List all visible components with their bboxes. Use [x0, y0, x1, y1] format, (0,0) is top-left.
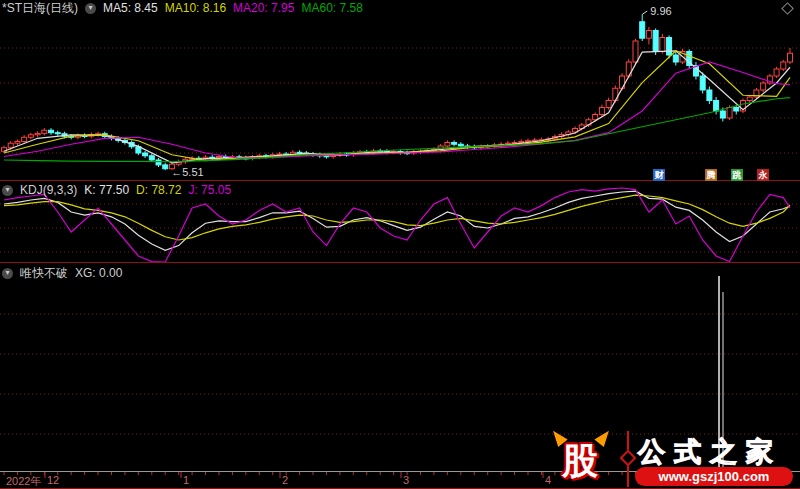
event-badge-跳[interactable]: 跳 — [731, 169, 743, 181]
kdj-header: ▾ KDJ(9,3,3) K: 77.50 D: 78.72 J: 75.05 — [2, 184, 231, 197]
candles-layer — [2, 14, 793, 170]
xg-indicator-title: 唯快不破 — [20, 267, 68, 280]
chart-canvas[interactable]: 9.96←5.51 — [0, 0, 800, 489]
symbol-title: *ST日海(日线) — [2, 2, 78, 15]
axis-month-label: 3 — [403, 474, 409, 486]
axis-month-label: 4 — [545, 474, 551, 486]
watermark-url: www.gszj100.com — [635, 467, 793, 486]
axis-month-label: 12 — [47, 474, 59, 486]
ma10-label: MA10: 8.16 — [165, 2, 226, 15]
axis-month-label: 2 — [282, 474, 288, 486]
collapse-main-panel-icon[interactable]: ▾ — [85, 3, 96, 14]
xg-value: XG: 0.00 — [75, 267, 122, 280]
kdj-title: KDJ(9,3,3) — [20, 184, 77, 197]
ma60-label: MA60: 7.58 — [301, 2, 362, 15]
event-badge-腾[interactable]: 腾 — [705, 169, 717, 181]
low-price-annotation: ←5.51 — [171, 166, 203, 178]
kdj-lines-layer — [4, 188, 790, 262]
ma20-line — [4, 62, 790, 158]
axis-month-label: 1 — [183, 474, 189, 486]
stock-app-window: 9.96←5.51 *ST日海(日线) ▾ MA5: 8.45 MA10: 8.… — [0, 0, 800, 489]
event-badge-永[interactable]: 永 — [757, 169, 769, 181]
ma-lines-layer — [4, 51, 790, 163]
kdj-j-line — [4, 188, 790, 262]
ma5-label: MA5: 8.45 — [103, 2, 158, 15]
collapse-kdj-panel-icon[interactable]: ▾ — [2, 185, 13, 196]
axis-month-label: 2022年 — [6, 474, 41, 489]
kdj-j-value: J: 75.05 — [188, 184, 231, 197]
ma5-line — [4, 51, 790, 163]
ma10-line — [4, 51, 790, 161]
watermark-logo-char: 股 — [562, 437, 598, 486]
main-chart-header: *ST日海(日线) ▾ MA5: 8.45 MA10: 8.16 MA20: 7… — [2, 2, 363, 15]
kdj-k-value: K: 77.50 — [84, 184, 129, 197]
high-price-annotation: 9.96 — [650, 5, 671, 17]
watermark-title: 公式之家 — [638, 434, 794, 470]
kdj-d-value: D: 78.72 — [136, 184, 181, 197]
gridlines-layer — [0, 48, 800, 434]
event-badge-财[interactable]: 财 — [653, 169, 665, 181]
xg-indicator-header: ▾ 唯快不破 XG: 0.00 — [2, 267, 122, 280]
ma20-label: MA20: 7.95 — [233, 2, 294, 15]
watermark-bull-logo-icon: 股 — [556, 433, 608, 485]
collapse-xg-panel-icon[interactable]: ▾ — [2, 268, 13, 279]
